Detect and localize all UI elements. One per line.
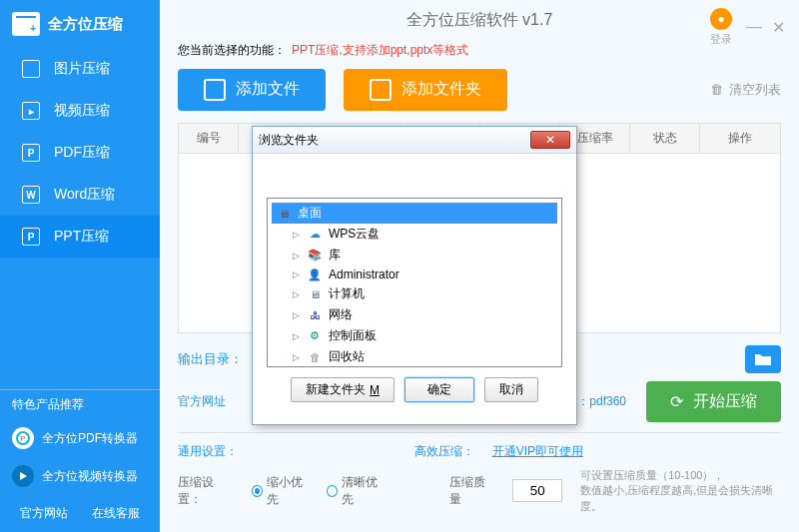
browse-output-button[interactable] <box>745 345 781 373</box>
trash-icon: 🗑 <box>710 82 723 97</box>
sidebar-item-video[interactable]: ▸ 视频压缩 <box>0 90 160 132</box>
compress-mode-radio-group: 缩小优先 清晰优先 <box>252 474 386 508</box>
video-icon: ▸ <box>22 102 40 120</box>
radio-clarity-first[interactable]: 清晰优先 <box>327 474 386 508</box>
svg-marker-2 <box>20 472 27 480</box>
settings-panel: 通用设置： 高效压缩： 开通VIP即可使用 压缩设置： 缩小优先 <box>178 432 781 522</box>
clear-list-button[interactable]: 🗑 清空列表 <box>710 81 781 99</box>
tree-node-icon: 🗑 <box>307 350 323 364</box>
folder-tree[interactable]: 🖥桌面▷☁WPS云盘▷📚库▷👤Administrator▷🖥计算机▷🖧网络▷⚙控… <box>267 198 562 367</box>
compress-setting-label: 压缩设置： <box>178 474 234 508</box>
tree-item[interactable]: 🖥桌面 <box>272 203 557 224</box>
tree-expand-icon: ▷ <box>292 289 301 298</box>
recommend-video-converter[interactable]: 全方位视频转换器 <box>0 457 160 495</box>
add-folder-label: 添加文件夹 <box>401 79 481 100</box>
general-settings-label: 通用设置： <box>178 443 238 460</box>
sidebar-item-ppt[interactable]: P PPT压缩 <box>0 216 160 258</box>
start-label: 开始压缩 <box>693 391 757 412</box>
tree-node-label: 库 <box>329 247 341 264</box>
quality-label: 压缩质量 <box>449 474 494 508</box>
close-icon: ✕ <box>545 133 555 147</box>
tree-item[interactable]: ▷📚库 <box>272 245 557 266</box>
add-folder-button[interactable]: 添加文件夹 <box>344 69 507 111</box>
tree-expand-icon: ▷ <box>292 270 301 279</box>
tree-item[interactable]: ▷🖧网络 <box>272 304 557 325</box>
sidebar-item-label: 图片压缩 <box>54 60 110 78</box>
tree-node-icon: 📚 <box>307 249 323 263</box>
sidebar-item-label: PPT压缩 <box>54 228 109 246</box>
tree-node-icon: 🖧 <box>307 308 323 322</box>
th-status: 状态 <box>630 124 700 153</box>
add-file-button[interactable]: 添加文件 <box>178 69 326 111</box>
minimize-button[interactable]: — <box>746 18 762 37</box>
add-file-label: 添加文件 <box>236 79 300 100</box>
tree-node-label: 控制面板 <box>329 327 377 344</box>
tree-node-icon: 👤 <box>307 267 323 281</box>
tree-item[interactable]: ▷🗑回收站 <box>272 346 557 367</box>
file-icon <box>204 79 226 101</box>
sidebar-item-word[interactable]: W Word压缩 <box>0 174 160 216</box>
tree-expand-icon: ▷ <box>292 251 301 260</box>
tree-item[interactable]: ▷👤Administrator <box>272 266 557 283</box>
tree-node-label: WPS云盘 <box>329 226 380 243</box>
quality-input[interactable] <box>512 479 562 502</box>
recommend-label: 全方位视频转换器 <box>42 468 138 485</box>
tree-node-icon: 🖥 <box>276 207 292 221</box>
pdf-converter-icon: P <box>12 427 34 449</box>
efficient-compress-label: 高效压缩： <box>414 443 474 460</box>
function-hint: PPT压缩,支持添加ppt,pptx等格式 <box>292 42 468 59</box>
radio-dot-icon <box>252 485 263 497</box>
login-button[interactable]: ● 登录 <box>710 8 732 47</box>
app-title: 全方位压缩软件 v1.7 <box>406 10 553 31</box>
folder-open-icon <box>753 351 773 367</box>
dialog-title: 浏览文件夹 <box>259 132 319 149</box>
logo-icon <box>12 12 40 36</box>
tree-node-label: Administrator <box>329 267 400 281</box>
online-support-link[interactable]: 在线客服 <box>92 505 140 522</box>
tree-item[interactable]: ▷☁WPS云盘 <box>272 224 557 245</box>
vip-link[interactable]: 开通VIP即可使用 <box>492 443 583 460</box>
tree-node-icon: ⚙ <box>307 329 323 343</box>
cancel-button[interactable]: 取消 <box>484 377 538 402</box>
quality-hint: 可设置压缩质量（10-100）， 数值越小,压缩程度越高,但是会损失清晰度。 <box>580 468 781 514</box>
video-converter-icon <box>12 465 34 487</box>
th-action: 操作 <box>700 124 780 153</box>
tree-item[interactable]: ▷🖥计算机 <box>272 283 557 304</box>
recommend-label: 全方位PDF转换器 <box>42 430 138 447</box>
th-index: 编号 <box>179 124 239 153</box>
dialog-close-button[interactable]: ✕ <box>530 131 570 149</box>
logo-bar: 全方位压缩 <box>0 0 160 48</box>
ppt-icon: P <box>22 228 40 246</box>
new-folder-mnemonic: M <box>370 383 380 397</box>
new-folder-button[interactable]: 新建文件夹 M <box>291 377 395 402</box>
radio-shrink-first[interactable]: 缩小优先 <box>252 474 311 508</box>
word-icon: W <box>22 186 40 204</box>
titlebar: 全方位压缩软件 v1.7 ● 登录 — ✕ <box>160 0 799 42</box>
ok-button[interactable]: 确定 <box>404 377 474 402</box>
tree-item[interactable]: ▷⚙控制面板 <box>272 325 557 346</box>
tree-node-label: 计算机 <box>329 285 365 302</box>
svg-text:P: P <box>20 434 25 443</box>
close-button[interactable]: ✕ <box>772 18 785 37</box>
new-folder-label: 新建文件夹 <box>306 381 366 398</box>
recommend-heading: 特色产品推荐 <box>0 389 160 419</box>
radio-label: 缩小优先 <box>267 474 311 508</box>
sidebar: 全方位压缩 图片压缩 ▸ 视频压缩 P PDF压缩 W Word压缩 P PPT… <box>0 0 160 532</box>
login-label: 登录 <box>710 32 732 47</box>
recommend-pdf-converter[interactable]: P 全方位PDF转换器 <box>0 419 160 457</box>
official-site-link[interactable]: 官方网站 <box>20 505 68 522</box>
tree-node-label: 网络 <box>329 306 353 323</box>
dialog-titlebar[interactable]: 浏览文件夹 ✕ <box>253 127 576 154</box>
browse-folder-dialog: 浏览文件夹 ✕ 🖥桌面▷☁WPS云盘▷📚库▷👤Administrator▷🖥计算… <box>252 126 577 425</box>
radio-label: 清晰优先 <box>342 474 386 508</box>
sidebar-item-label: PDF压缩 <box>54 144 110 162</box>
user-icon: ● <box>710 8 732 30</box>
official-url-suffix: ：pdf360 <box>577 393 626 410</box>
sidebar-item-pdf[interactable]: P PDF压缩 <box>0 132 160 174</box>
sidebar-item-image[interactable]: 图片压缩 <box>0 48 160 90</box>
tree-expand-icon: ▷ <box>292 352 301 361</box>
tree-expand-icon: ▷ <box>292 310 301 319</box>
start-compress-button[interactable]: ⟳ 开始压缩 <box>646 381 781 422</box>
official-url-prefix: 官方网址 <box>178 393 226 410</box>
tree-node-label: 回收站 <box>329 348 365 365</box>
